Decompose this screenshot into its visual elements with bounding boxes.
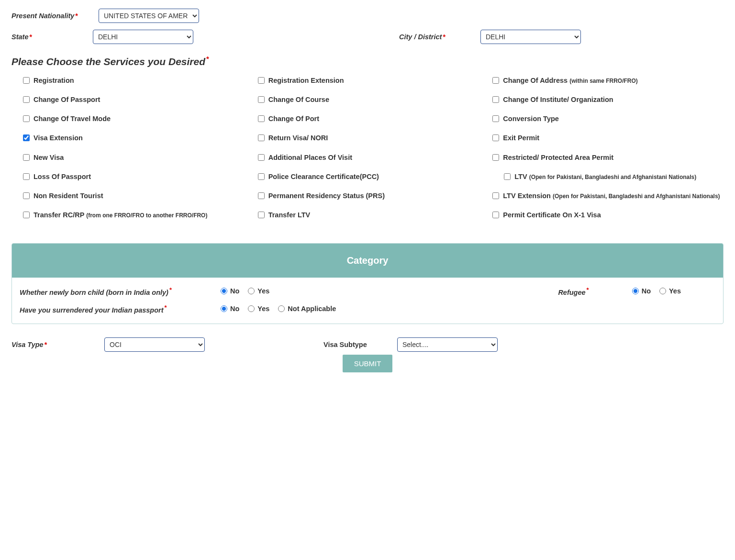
checkbox-transfer-ltv[interactable] <box>258 212 265 218</box>
label-surrendered-na[interactable]: Not Applicable <box>288 305 336 313</box>
checkbox-registration[interactable] <box>23 77 30 84</box>
submit-button[interactable]: SUBMIT <box>343 355 393 372</box>
chk-change-of-travel-mode: Change Of Travel Mode <box>23 114 254 123</box>
category-body: Whether newly born child (born in India … <box>12 278 723 324</box>
city-label: City / District* <box>399 33 480 41</box>
chk-change-of-address: Change Of Address (within same FRRO/FRO) <box>492 76 724 85</box>
label-surrendered-no[interactable]: No <box>230 305 239 313</box>
checkbox-new-visa[interactable] <box>23 154 30 161</box>
label-restricted-protected-area-permit: Restricted/ Protected Area Permit <box>503 153 613 162</box>
chk-visa-extension: Visa Extension <box>23 134 254 142</box>
label-exit-permit: Exit Permit <box>503 134 539 142</box>
surrendered-passport-row: Have you surrendered your Indian passpor… <box>20 304 715 314</box>
label-refugee-yes[interactable]: Yes <box>669 287 681 295</box>
chk-change-of-course: Change Of Course <box>258 95 489 104</box>
checkbox-change-of-course[interactable] <box>258 96 265 103</box>
label-surrendered-yes[interactable]: Yes <box>257 305 269 313</box>
required-asterisk: * <box>206 55 209 63</box>
label-additional-places-of-visit: Additional Places Of Visit <box>268 153 352 162</box>
checkbox-ltv[interactable] <box>504 173 511 180</box>
surrendered-passport-radio-group: No Yes Not Applicable <box>221 305 342 313</box>
chk-exit-permit: Exit Permit <box>492 134 724 142</box>
chk-change-of-institute: Change Of Institute/ Organization <box>492 95 724 104</box>
checkbox-ltv-extension[interactable] <box>492 192 499 199</box>
refugee-radio-group: No Yes <box>632 287 687 295</box>
checkbox-additional-places-of-visit[interactable] <box>258 154 265 161</box>
state-field: State* DELHI <box>11 30 336 44</box>
newborn-radio-group: No Yes <box>221 287 275 295</box>
radio-surrendered-yes[interactable] <box>248 305 255 312</box>
chk-permanent-residency-status: Permanent Residency Status (PRS) <box>258 191 489 200</box>
submit-row: SUBMIT <box>11 355 724 372</box>
required-asterisk: * <box>169 286 172 293</box>
radio-surrendered-no[interactable] <box>221 305 227 312</box>
required-asterisk: * <box>587 286 589 293</box>
checkbox-conversion-type[interactable] <box>492 115 499 122</box>
visa-subtype-label: Visa Subtype <box>323 341 386 348</box>
label-transfer-rcrp: Transfer RC/RP (from one FRRO/FRO to ano… <box>33 211 207 219</box>
checkbox-visa-extension[interactable] <box>23 134 30 141</box>
state-select[interactable]: DELHI <box>93 30 193 44</box>
checkbox-permanent-residency-status[interactable] <box>258 192 265 199</box>
chk-loss-of-passport: Loss Of Passport <box>23 172 254 181</box>
checkbox-non-resident-tourist[interactable] <box>23 192 30 199</box>
label-ltv-extension: LTV Extension (Open for Pakistani, Bangl… <box>503 191 720 200</box>
checkbox-exit-permit[interactable] <box>492 134 499 141</box>
surrendered-passport-label: Have you surrendered your Indian passpor… <box>20 304 221 314</box>
city-select[interactable]: DELHI <box>480 30 581 44</box>
chk-restricted-protected-area-permit: Restricted/ Protected Area Permit <box>492 153 724 162</box>
services-heading: Please Choose the Services you Desired* <box>11 55 724 67</box>
label-ltv: LTV (Open for Pakistani, Bangladeshi and… <box>514 172 696 181</box>
chk-ltv: LTV (Open for Pakistani, Bangladeshi and… <box>492 172 724 181</box>
checkbox-change-of-passport[interactable] <box>23 96 30 103</box>
label-visa-extension: Visa Extension <box>33 134 83 142</box>
checkbox-change-of-port[interactable] <box>258 115 265 122</box>
radio-newborn-no[interactable] <box>221 288 227 294</box>
required-asterisk: * <box>29 33 32 41</box>
checkbox-permit-certificate-x1[interactable] <box>492 212 499 218</box>
label-change-of-address: Change Of Address (within same FRRO/FRO) <box>503 76 638 85</box>
label-loss-of-passport: Loss Of Passport <box>33 172 91 181</box>
required-asterisk: * <box>75 12 78 20</box>
label-refugee-no[interactable]: No <box>642 287 651 295</box>
nationality-row: Present Nationality* UNITED STATES OF AM… <box>11 9 724 23</box>
label-return-visa-nori: Return Visa/ NORI <box>268 134 328 142</box>
visa-type-row: Visa Type* OCI Visa Subtype Select.... <box>11 337 724 352</box>
label-change-of-institute: Change Of Institute/ Organization <box>503 95 613 104</box>
category-card: Category Whether newly born child (born … <box>11 243 724 324</box>
radio-surrendered-na[interactable] <box>278 305 285 312</box>
checkbox-change-of-travel-mode[interactable] <box>23 115 30 122</box>
radio-newborn-yes[interactable] <box>248 288 255 294</box>
chk-transfer-ltv: Transfer LTV <box>258 211 489 219</box>
city-field: City / District* DELHI <box>342 30 724 44</box>
chk-transfer-rcrp: Transfer RC/RP (from one FRRO/FRO to ano… <box>23 211 254 219</box>
radio-refugee-no[interactable] <box>632 288 639 294</box>
label-change-of-travel-mode: Change Of Travel Mode <box>33 114 111 123</box>
radio-refugee-yes[interactable] <box>659 288 666 294</box>
checkbox-police-clearance-certificate[interactable] <box>258 173 265 180</box>
checkbox-change-of-address[interactable] <box>492 77 499 84</box>
checkbox-restricted-protected-area-permit[interactable] <box>492 154 499 161</box>
checkbox-loss-of-passport[interactable] <box>23 173 30 180</box>
services-grid: Registration Registration Extension Chan… <box>23 76 724 219</box>
chk-permit-certificate-x1: Permit Certificate On X-1 Visa <box>492 211 724 219</box>
visa-subtype-select[interactable]: Select.... <box>397 337 498 352</box>
label-police-clearance-certificate: Police Clearance Certificate(PCC) <box>268 172 379 181</box>
state-label: State* <box>11 33 93 41</box>
label-newborn-no[interactable]: No <box>230 287 239 295</box>
checkbox-change-of-institute[interactable] <box>492 96 499 103</box>
label-permit-certificate-x1: Permit Certificate On X-1 Visa <box>503 211 601 219</box>
present-nationality-label: Present Nationality* <box>11 12 93 20</box>
checkbox-registration-extension[interactable] <box>258 77 265 84</box>
present-nationality-select[interactable]: UNITED STATES OF AMERICA <box>99 9 199 23</box>
label-permanent-residency-status: Permanent Residency Status (PRS) <box>268 191 385 200</box>
chk-ltv-extension: LTV Extension (Open for Pakistani, Bangl… <box>492 191 724 200</box>
visa-type-select[interactable]: OCI <box>104 337 205 352</box>
label-transfer-ltv: Transfer LTV <box>268 211 311 219</box>
chk-registration: Registration <box>23 76 254 85</box>
checkbox-transfer-rcrp[interactable] <box>23 212 30 218</box>
required-asterisk: * <box>165 304 167 311</box>
label-newborn-yes[interactable]: Yes <box>257 287 269 295</box>
label-new-visa: New Visa <box>33 153 64 162</box>
checkbox-return-visa-nori[interactable] <box>258 134 265 141</box>
